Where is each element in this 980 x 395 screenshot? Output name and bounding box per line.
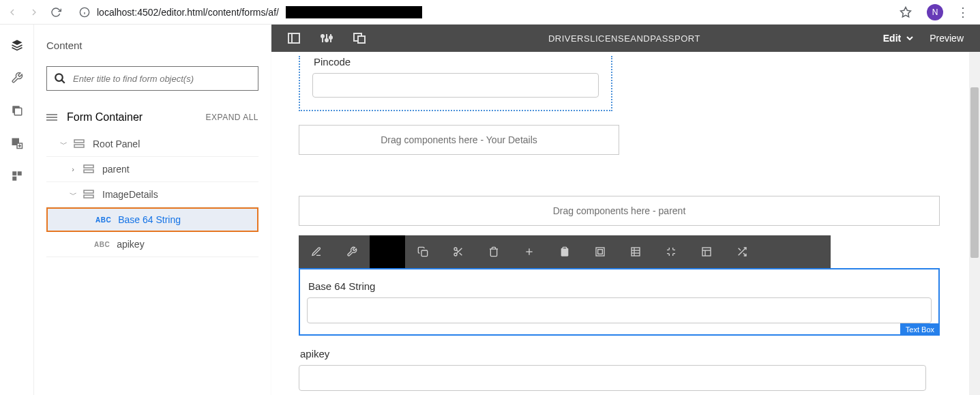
svg-rect-19 xyxy=(74,140,84,143)
text-field-icon: ABC xyxy=(94,241,110,248)
url-bar[interactable]: localhost:4502/editor.html/content/forms… xyxy=(71,6,891,18)
delete-icon[interactable] xyxy=(476,235,511,268)
svg-line-40 xyxy=(456,250,458,252)
mode-dropdown[interactable]: Edit xyxy=(883,33,913,44)
svg-rect-20 xyxy=(74,145,84,147)
svg-rect-46 xyxy=(632,248,640,256)
data-sources-icon[interactable] xyxy=(10,169,24,183)
group-icon[interactable] xyxy=(582,235,618,268)
form-canvas: Pincode Drag components here - Your Deta… xyxy=(271,52,980,395)
profile-avatar[interactable]: N xyxy=(927,4,943,20)
selected-base64-field[interactable]: Base 64 String Text Box xyxy=(299,268,940,336)
insert-icon[interactable] xyxy=(511,235,547,268)
left-rail xyxy=(0,25,34,395)
pincode-panel[interactable]: Pincode xyxy=(299,56,612,111)
component-toolbar xyxy=(299,235,831,268)
expand-all-button[interactable]: EXPAND ALL xyxy=(206,113,258,122)
chevron-down-icon xyxy=(906,36,913,40)
apikey-input[interactable] xyxy=(299,365,926,391)
apikey-field[interactable]: apikey xyxy=(299,348,926,391)
content-sidebar: Content Form Container EXPAND ALL ﹀ Root… xyxy=(34,25,271,395)
svg-rect-12 xyxy=(17,171,21,175)
preview-button[interactable]: Preview xyxy=(930,33,964,44)
dropzone-text: Drag components here - Your Details xyxy=(381,134,537,145)
apikey-field-label: apikey xyxy=(300,348,926,360)
add-component-icon[interactable] xyxy=(10,136,24,150)
table-icon[interactable] xyxy=(618,235,653,268)
back-arrow-icon[interactable] xyxy=(5,5,19,19)
panel-icon xyxy=(83,190,95,199)
bookmark-star-icon[interactable] xyxy=(900,6,912,18)
rules-icon[interactable] xyxy=(653,235,689,268)
tree-row-parent[interactable]: › parent xyxy=(46,157,258,182)
chevron-down-icon[interactable]: ﹀ xyxy=(70,190,76,200)
svg-point-30 xyxy=(321,35,324,38)
svg-rect-45 xyxy=(598,250,603,254)
svg-line-55 xyxy=(739,248,741,250)
vertical-scrollbar[interactable] xyxy=(969,52,980,395)
scrollbar-thumb[interactable] xyxy=(970,87,979,258)
svg-point-36 xyxy=(454,248,457,250)
apikey-label: apikey xyxy=(117,239,144,250)
svg-rect-11 xyxy=(12,171,16,175)
edit-icon[interactable] xyxy=(299,235,334,268)
base64-input[interactable] xyxy=(307,297,932,323)
layout-icon[interactable] xyxy=(689,235,724,268)
dropzone-parent[interactable]: Drag components here - parent xyxy=(299,196,940,226)
url-redacted xyxy=(286,6,422,18)
paste-icon[interactable] xyxy=(547,235,582,268)
cut-icon[interactable] xyxy=(441,235,476,268)
text-field-icon: ABC xyxy=(95,216,111,224)
wrench-icon[interactable] xyxy=(10,71,24,85)
configure-icon[interactable] xyxy=(334,235,370,268)
svg-rect-23 xyxy=(84,190,93,193)
pincode-input[interactable] xyxy=(312,73,599,98)
redacted-tool-icon[interactable] xyxy=(370,235,405,268)
image-details-label: ImageDetails xyxy=(102,189,158,200)
svg-rect-43 xyxy=(563,247,566,249)
tree-row-apikey[interactable]: ABC apikey xyxy=(46,232,258,257)
dropzone-your-details[interactable]: Drag components here - Your Details xyxy=(299,125,619,155)
svg-marker-4 xyxy=(12,40,22,46)
container-icon xyxy=(46,113,59,121)
tree-row-root-panel[interactable]: ﹀ Root Panel xyxy=(46,132,258,157)
tree-header: Form Container EXPAND ALL xyxy=(46,107,258,132)
browser-bar: localhost:4502/editor.html/content/forms… xyxy=(0,0,980,25)
more-icon[interactable] xyxy=(724,235,760,268)
svg-line-15 xyxy=(61,80,65,83)
editor-area: DRIVERSLICENSEANDPASSPORT Edit Preview P… xyxy=(271,25,980,395)
svg-point-14 xyxy=(55,74,63,81)
app-shell: Content Form Container EXPAND ALL ﹀ Root… xyxy=(0,25,980,395)
emulator-icon[interactable] xyxy=(353,32,366,44)
search-box[interactable] xyxy=(46,66,258,91)
search-icon xyxy=(54,72,66,85)
reload-icon[interactable] xyxy=(49,5,63,19)
url-text: localhost:4502/editor.html/content/forms… xyxy=(97,7,279,18)
panel-icon xyxy=(74,139,86,149)
svg-rect-21 xyxy=(84,165,93,168)
side-panel-toggle-icon[interactable] xyxy=(288,32,300,44)
layers-icon[interactable] xyxy=(10,38,24,52)
svg-rect-13 xyxy=(12,177,16,181)
chevron-right-icon[interactable]: › xyxy=(70,165,76,173)
base64-field-label: Base 64 String xyxy=(308,280,932,292)
info-icon xyxy=(79,7,90,18)
svg-rect-25 xyxy=(288,33,299,43)
copy-icon[interactable] xyxy=(405,235,441,268)
search-input[interactable] xyxy=(73,74,251,84)
assets-icon[interactable] xyxy=(10,104,24,117)
browser-menu-icon[interactable]: ⋮ xyxy=(951,5,975,20)
forward-arrow-icon[interactable] xyxy=(27,5,41,19)
base64-label: Base 64 String xyxy=(118,214,181,225)
form-title: DRIVERSLICENSEANDPASSPORT xyxy=(366,33,883,44)
tree-row-base64[interactable]: ABC Base 64 String xyxy=(46,207,258,232)
form-container-label[interactable]: Form Container xyxy=(67,111,143,123)
component-type-badge: Text Box xyxy=(900,323,940,336)
dropzone-text: Drag components here - parent xyxy=(553,205,686,216)
svg-rect-22 xyxy=(84,170,93,173)
chevron-down-icon[interactable]: ﹀ xyxy=(60,139,67,149)
sliders-icon[interactable] xyxy=(321,32,333,44)
edit-label: Edit xyxy=(883,33,901,44)
parent-label: parent xyxy=(102,164,130,175)
tree-row-image-details[interactable]: ﹀ ImageDetails xyxy=(46,182,258,207)
